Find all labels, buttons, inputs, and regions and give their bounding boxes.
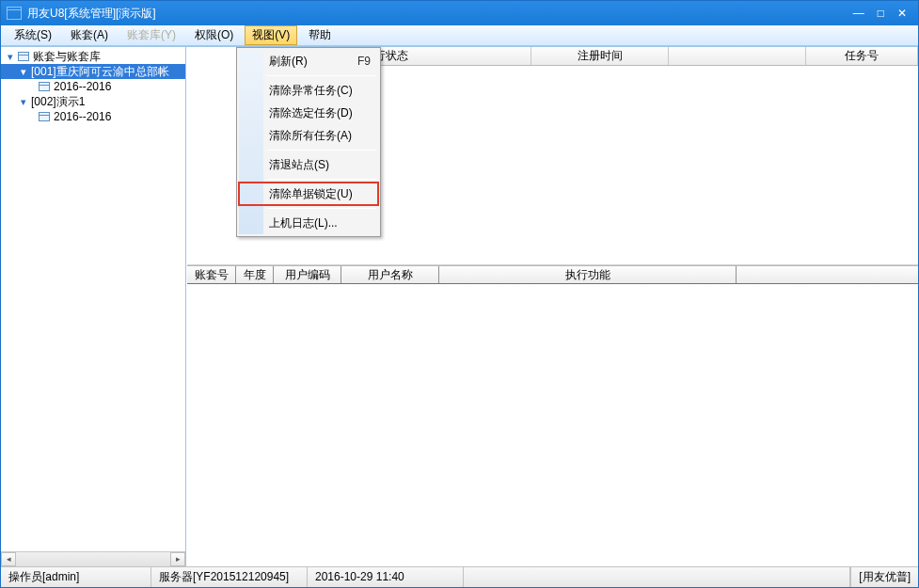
menu-separator [267, 179, 376, 180]
menu-separator [267, 150, 376, 151]
menu-item-label: 清除选定任务(D) [269, 105, 353, 121]
col-acctno[interactable]: 账套号 [187, 266, 236, 283]
menu-account[interactable]: 账套(A) [63, 25, 116, 45]
collapse-icon[interactable]: ▾ [5, 51, 16, 63]
body: ▾ 账套与账套库 ▾ [001]重庆阿可云渝中总部帐 2016--2016 ▾ … [1, 46, 918, 566]
menu-clear-lock[interactable]: 清除单据锁定(U) [239, 183, 378, 205]
menubar: 系统(S) 账套(A) 账套库(Y) 权限(O) 视图(V) 帮助 [1, 25, 918, 46]
menu-item-label: 清除所有任务(A) [269, 128, 352, 144]
tree-item-002[interactable]: ▾ [002]演示1 [1, 94, 185, 109]
tree[interactable]: ▾ 账套与账套库 ▾ [001]重庆阿可云渝中总部帐 2016--2016 ▾ … [1, 47, 185, 551]
titlebar[interactable]: 用友U8[系统管理][演示版] — □ ✕ [1, 1, 918, 25]
lower-grid-body[interactable] [187, 284, 918, 566]
close-button[interactable]: ✕ [897, 8, 907, 19]
col-usercode[interactable]: 用户编码 [274, 266, 341, 283]
lower-grid: 账套号 年度 用户编码 用户名称 执行功能 [187, 265, 918, 566]
scroll-left-icon[interactable]: ◂ [1, 552, 16, 566]
collapse-icon[interactable]: ▾ [18, 66, 29, 78]
status-datetime: 2016-10-29 11:40 [308, 567, 464, 587]
menu-separator [267, 75, 376, 76]
main-area: 运行状态 注册时间 任务号 刷新(R) F9 清除异常任务(C) [186, 47, 918, 566]
tree-item-001[interactable]: ▾ [001]重庆阿可云渝中总部帐 [1, 64, 185, 79]
db-icon [39, 82, 50, 91]
tree-item-001-child[interactable]: 2016--2016 [1, 79, 185, 94]
menu-clear-all[interactable]: 清除所有任务(A) [239, 124, 378, 147]
menu-refresh[interactable]: 刷新(R) F9 [239, 50, 378, 72]
menu-clear-station[interactable]: 清退站点(S) [239, 153, 378, 176]
col-regtime[interactable]: 注册时间 [531, 47, 669, 65]
menu-item-label: 清退站点(S) [269, 157, 329, 173]
tree-item-label: [002]演示1 [31, 94, 85, 110]
status-brand: [用友优普] [850, 567, 918, 587]
menu-accountlib: 账套库(Y) [119, 25, 183, 45]
minimize-button[interactable]: — [853, 8, 864, 19]
menu-separator [267, 208, 376, 209]
menu-system[interactable]: 系统(S) [7, 25, 59, 45]
menu-permission[interactable]: 权限(O) [187, 25, 241, 45]
col-func[interactable]: 执行功能 [439, 266, 737, 283]
window-controls: — □ ✕ [853, 8, 912, 19]
app-window: 用友U8[系统管理][演示版] — □ ✕ 系统(S) 账套(A) 账套库(Y)… [0, 0, 919, 588]
db-icon [39, 112, 50, 121]
menu-help[interactable]: 帮助 [301, 25, 339, 45]
tree-item-002-child[interactable]: 2016--2016 [1, 109, 185, 124]
menu-item-label: 清除异常任务(C) [269, 83, 353, 99]
sidebar-hscroll[interactable]: ◂ ▸ [1, 551, 185, 566]
view-dropdown: 刷新(R) F9 清除异常任务(C) 清除选定任务(D) 清除所有任务(A) [236, 47, 381, 237]
menu-view[interactable]: 视图(V) [245, 25, 297, 45]
tree-item-label: 2016--2016 [54, 110, 111, 123]
col-username[interactable]: 用户名称 [341, 266, 439, 283]
folder-icon [18, 52, 29, 61]
menu-item-label: 刷新(R) [269, 54, 308, 70]
menu-item-label: 清除单据锁定(U) [269, 186, 353, 202]
tree-root-label: 账套与账套库 [33, 49, 101, 65]
tree-root[interactable]: ▾ 账套与账套库 [1, 49, 185, 64]
scroll-track[interactable] [16, 552, 170, 566]
app-icon [7, 7, 22, 20]
scroll-right-icon[interactable]: ▸ [170, 552, 185, 566]
maximize-button[interactable]: □ [878, 8, 884, 19]
menu-clear-selected[interactable]: 清除选定任务(D) [239, 102, 378, 124]
col-year[interactable]: 年度 [236, 266, 274, 283]
status-server: 服务器[YF201512120945] [151, 567, 308, 587]
window-title: 用友U8[系统管理][演示版] [27, 6, 853, 22]
status-operator: 操作员[admin] [1, 567, 151, 587]
menu-item-label: 上机日志(L)... [269, 215, 338, 231]
col-taskno[interactable]: 任务号 [806, 47, 918, 65]
tree-item-label: [001]重庆阿可云渝中总部帐 [31, 64, 169, 80]
tree-item-label: 2016--2016 [54, 80, 111, 93]
collapse-icon[interactable]: ▾ [18, 96, 29, 108]
statusbar: 操作员[admin] 服务器[YF201512120945] 2016-10-2… [1, 566, 918, 587]
status-spacer [464, 567, 850, 587]
lower-grid-header: 账套号 年度 用户编码 用户名称 执行功能 [187, 265, 918, 284]
sidebar: ▾ 账套与账套库 ▾ [001]重庆阿可云渝中总部帐 2016--2016 ▾ … [1, 47, 186, 566]
upper-grid: 运行状态 注册时间 任务号 刷新(R) F9 清除异常任务(C) [187, 47, 918, 265]
menu-clear-abnormal[interactable]: 清除异常任务(C) [239, 79, 378, 102]
col-spacer [669, 47, 806, 65]
menu-shortcut: F9 [357, 55, 371, 68]
menu-log[interactable]: 上机日志(L)... [239, 212, 378, 234]
